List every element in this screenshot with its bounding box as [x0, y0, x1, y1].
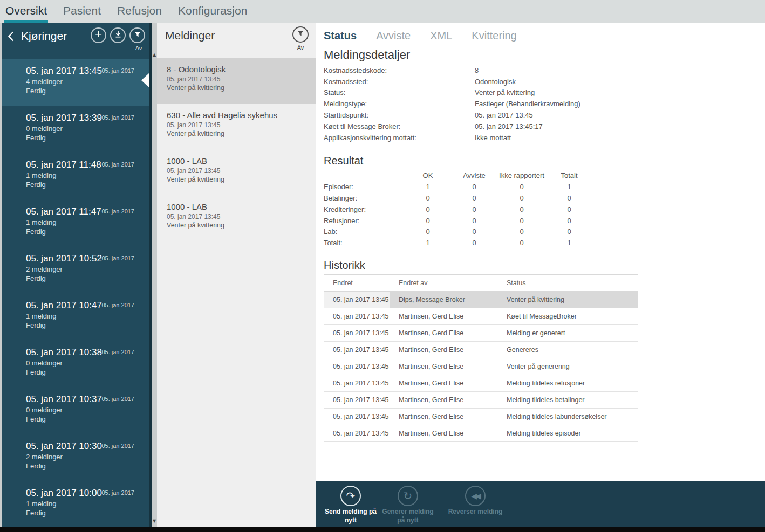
- run-list-item[interactable]: 05. jan 2017 13:45 05. jan 2017 4 meldin…: [2, 59, 149, 106]
- message-list-item[interactable]: 630 - Alle avd Hagelia sykehus 05. jan 2…: [157, 104, 316, 150]
- detail-row: Status: Venter på kvittering: [324, 87, 765, 99]
- run-date: 05. jan 2017: [101, 208, 134, 215]
- history-row[interactable]: 05. jan 2017 13:45 Martinsen, Gerd Elise…: [324, 325, 638, 342]
- plus-icon: +: [95, 29, 102, 40]
- history-row[interactable]: 05. jan 2017 13:45 Martinsen, Gerd Elise…: [324, 308, 638, 325]
- runs-panel-title: Kjøringer: [21, 30, 67, 43]
- result-value: 0: [497, 217, 546, 225]
- result-row: Lab: 0 0 0 0: [324, 226, 765, 238]
- result-value: 0: [451, 239, 497, 247]
- history-row[interactable]: 05. jan 2017 13:45 Martinsen, Gerd Elise…: [324, 375, 638, 392]
- detail-label: Køet til Message Broker:: [324, 122, 475, 130]
- send-message-again-button[interactable]: ↷ Send melding på nytt: [323, 486, 379, 527]
- reverse-message-button[interactable]: ◀◀ Reverser melding: [440, 486, 510, 527]
- details-rows: Kostnadsstedskode: 8 Kostnadssted: Odont…: [324, 65, 765, 143]
- run-list-item[interactable]: 05. jan 2017 10:00 05. jan 2017 1 meldin…: [2, 481, 149, 528]
- history-status: Melding tildeles labundersøkelser: [497, 409, 638, 425]
- message-list-item[interactable]: 1000 - LAB 05. jan 2017 13:45 Venter på …: [157, 150, 316, 196]
- detail-tab[interactable]: Avviste: [376, 30, 411, 42]
- run-list-item[interactable]: 05. jan 2017 11:48 05. jan 2017 1 meldin…: [2, 153, 149, 200]
- run-date: 05. jan 2017: [101, 349, 134, 355]
- history-row[interactable]: 05. jan 2017 13:45 Martinsen, Gerd Elise…: [324, 392, 638, 409]
- nav-tab-refusjon[interactable]: Refusjon: [116, 0, 163, 23]
- result-value: 0: [405, 205, 451, 213]
- message-status: Venter på kvittering: [167, 84, 316, 92]
- run-list-item[interactable]: 05. jan 2017 10:38 05. jan 2017 0 meldin…: [2, 341, 149, 388]
- run-list-item[interactable]: 05. jan 2017 10:37 05. jan 2017 0 meldin…: [2, 388, 149, 434]
- history-rows: 05. jan 2017 13:45 Dips, Message Broker …: [324, 292, 638, 442]
- detail-tab[interactable]: Status: [324, 30, 357, 42]
- refresh-icon: ↻: [404, 489, 413, 502]
- messages-panel-header: Meldinger Av: [157, 23, 316, 58]
- result-row-label: Betalinger:: [324, 194, 405, 202]
- result-value: 0: [497, 239, 546, 247]
- history-endret-av: Martinsen, Gerd Elise: [390, 358, 497, 375]
- run-list-item[interactable]: 05. jan 2017 10:30 05. jan 2017 2 meldin…: [2, 434, 149, 481]
- message-title: 1000 - LAB: [167, 202, 316, 211]
- result-value: 0: [497, 205, 546, 213]
- result-value: 0: [546, 217, 592, 225]
- history-row[interactable]: 05. jan 2017 13:45 Martinsen, Gerd Elise…: [324, 358, 638, 375]
- run-date: 05. jan 2017: [101, 302, 134, 308]
- history-row[interactable]: 05. jan 2017 13:45 Martinsen, Gerd Elise…: [324, 342, 638, 358]
- selected-run-notch: [141, 73, 149, 88]
- run-list-item[interactable]: 05. jan 2017 11:47 05. jan 2017 1 meldin…: [2, 200, 149, 247]
- message-list-item[interactable]: 8 - Odontologisk 05. jan 2017 13:45 Vent…: [157, 58, 316, 104]
- run-status: Ferdig: [26, 321, 149, 329]
- messages-filter-button[interactable]: [292, 26, 309, 43]
- detail-value: 05. jan 2017 13:45: [475, 111, 533, 119]
- history-status: Melding tildeles refusjoner: [497, 375, 638, 391]
- result-row: Refusjoner: 0 0 0 0: [324, 215, 765, 226]
- message-title: 630 - Alle avd Hagelia sykehus: [167, 110, 316, 120]
- history-status: Melding er generert: [497, 325, 638, 341]
- back-button[interactable]: [8, 31, 15, 41]
- nav-tab-pasient[interactable]: Pasient: [62, 0, 102, 23]
- runs-scrollbar[interactable]: ▲ ▼: [149, 23, 157, 527]
- nav-tab-oversikt[interactable]: Oversikt: [4, 0, 48, 23]
- detail-label: Status:: [324, 88, 475, 96]
- run-message-count: 1 melding: [26, 171, 149, 179]
- message-title: 8 - Odontologisk: [167, 65, 316, 74]
- runs-list: 05. jan 2017 13:45 05. jan 2017 4 meldin…: [2, 59, 149, 528]
- run-status: Ferdig: [26, 509, 149, 517]
- run-list-item[interactable]: 05. jan 2017 13:39 05. jan 2017 0 meldin…: [2, 106, 149, 153]
- result-value: 0: [405, 194, 451, 202]
- run-message-count: 0 meldinger: [26, 359, 149, 367]
- generate-message-again-button[interactable]: ↻ Generer melding på nytt: [380, 486, 436, 527]
- message-time: 05. jan 2017 13:45: [167, 167, 316, 175]
- message-list-item[interactable]: 1000 - LAB 05. jan 2017 13:45 Venter på …: [157, 196, 316, 241]
- message-time: 05. jan 2017 13:45: [167, 121, 316, 129]
- history-endret-av: Martinsen, Gerd Elise: [390, 425, 497, 441]
- nav-tab-konfigurasjon[interactable]: Konfigurasjon: [177, 0, 248, 23]
- run-message-count: 0 meldinger: [26, 125, 149, 133]
- result-value: 0: [451, 227, 497, 236]
- run-date: 05. jan 2017: [101, 489, 134, 496]
- runs-filter-button[interactable]: [129, 27, 145, 43]
- chevron-left-icon: [8, 34, 14, 43]
- result-row-label: Episoder:: [324, 183, 405, 191]
- result-row: Krediteringer: 0 0 0 0: [324, 204, 765, 215]
- run-status: Ferdig: [26, 368, 149, 376]
- history-endret: 05. jan 2017 13:45: [324, 425, 390, 441]
- detail-tab[interactable]: Kvittering: [472, 30, 516, 42]
- message-status: Venter på kvittering: [167, 222, 316, 229]
- run-status: Ferdig: [26, 415, 149, 423]
- history-row[interactable]: 05. jan 2017 13:45 Martinsen, Gerd Elise…: [324, 409, 638, 425]
- history-endret: 05. jan 2017 13:45: [324, 325, 390, 341]
- add-run-button[interactable]: +: [91, 27, 106, 43]
- detail-tab[interactable]: XML: [430, 30, 452, 42]
- action-label: Send melding på nytt: [323, 508, 379, 524]
- run-list-item[interactable]: 05. jan 2017 10:47 05. jan 2017 1 meldin…: [2, 294, 149, 341]
- runs-panel-header: Kjøringer + Av: [2, 23, 149, 59]
- detail-value: Ikke mottatt: [475, 134, 511, 142]
- result-row-label: Krediteringer:: [324, 205, 405, 213]
- scrollbar-track[interactable]: [152, 23, 157, 527]
- history-heading: Historikk: [324, 259, 765, 274]
- bottom-edge-strip: [0, 527, 765, 532]
- download-button[interactable]: [110, 27, 126, 43]
- history-row[interactable]: 05. jan 2017 13:45 Dips, Message Broker …: [324, 292, 638, 308]
- run-status: Ferdig: [26, 134, 149, 142]
- detail-row: Kostnadssted: Odontologisk: [324, 76, 765, 87]
- run-list-item[interactable]: 05. jan 2017 10:52 05. jan 2017 2 meldin…: [2, 247, 149, 294]
- history-row[interactable]: 05. jan 2017 13:45 Martinsen, Gerd Elise…: [324, 425, 638, 442]
